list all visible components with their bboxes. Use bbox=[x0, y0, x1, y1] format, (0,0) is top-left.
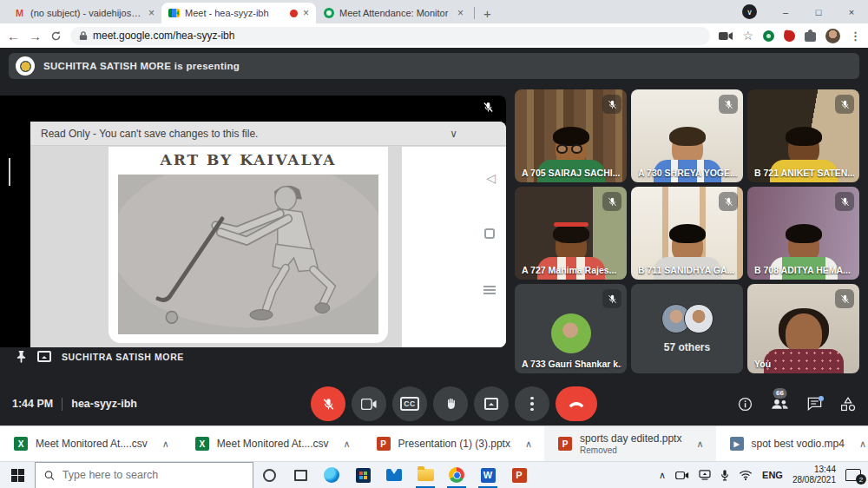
download-menu-chevron-icon[interactable]: ∧ bbox=[859, 439, 866, 450]
participant-tile[interactable]: B 711 SANIDHYA GA... bbox=[631, 187, 743, 280]
network-tray-icon[interactable] bbox=[739, 470, 753, 480]
tab-gmail[interactable]: M (no subject) - vaidehijoshi@mes... × bbox=[7, 3, 161, 23]
cc-icon: CC bbox=[400, 397, 418, 411]
new-tab-button[interactable]: + bbox=[483, 6, 491, 21]
others-count-label: 57 others bbox=[664, 341, 710, 353]
back-icon[interactable]: ← bbox=[7, 30, 20, 43]
participant-tile[interactable]: A 733 Gauri Shankar k... bbox=[515, 284, 627, 373]
language-indicator[interactable]: ENG bbox=[762, 470, 783, 480]
search-input[interactable] bbox=[62, 469, 244, 481]
clock[interactable]: 13:44 28/08/2021 bbox=[792, 465, 836, 486]
download-item[interactable]: ▶ spot best vodio.mp4 ∧ bbox=[716, 426, 868, 461]
meeting-code: hea-syyz-ibh bbox=[71, 398, 137, 410]
mail-icon[interactable] bbox=[378, 462, 410, 488]
download-item[interactable]: X Meet Monitored At....csv ∧ bbox=[0, 426, 181, 461]
close-window-button[interactable]: × bbox=[835, 0, 868, 23]
address-bar[interactable]: meet.google.com/hea-syyz-ibh bbox=[70, 27, 710, 45]
action-center-icon[interactable]: 2 bbox=[845, 469, 861, 481]
extension-icon[interactable] bbox=[783, 30, 796, 43]
slide-title: ART BY KAIVALYA bbox=[108, 147, 388, 168]
webcam-tray-icon[interactable] bbox=[675, 471, 689, 480]
readonly-chevron-icon[interactable]: ∨ bbox=[450, 128, 457, 140]
profile-avatar[interactable] bbox=[825, 29, 840, 43]
presentation-tile[interactable]: Read Only - You can't save changes to th… bbox=[0, 96, 506, 347]
chat-button[interactable] bbox=[807, 397, 822, 411]
participant-name: B 708 ADITYA HEMA... bbox=[754, 265, 854, 275]
forward-icon[interactable]: → bbox=[29, 30, 42, 43]
leave-call-button[interactable] bbox=[556, 386, 597, 421]
mic-tray-icon[interactable] bbox=[720, 469, 729, 481]
extensions-puzzle-icon[interactable] bbox=[805, 32, 816, 42]
hidden-icons-chevron[interactable]: ∧ bbox=[659, 470, 666, 481]
raise-hand-button[interactable] bbox=[433, 386, 468, 421]
powerpoint-icon[interactable]: P bbox=[503, 462, 535, 488]
tab-meet[interactable]: Meet - hea-syyz-ibh × bbox=[161, 3, 316, 23]
media-controls-button[interactable]: ∨ bbox=[742, 4, 757, 19]
download-filename: Meet Monitored At....csv bbox=[36, 438, 148, 450]
others-avatars bbox=[661, 304, 713, 333]
download-item[interactable]: X Meet Monitored At....csv ∧ bbox=[181, 426, 363, 461]
meeting-details-button[interactable] bbox=[738, 397, 753, 412]
tab-close-icon[interactable]: × bbox=[457, 7, 464, 19]
more-options-button[interactable] bbox=[515, 386, 549, 421]
mic-toggle-button[interactable] bbox=[311, 386, 345, 421]
presenter-avatar bbox=[16, 56, 35, 76]
download-item[interactable]: P sports day edited.pptx Removed ∧ bbox=[544, 426, 715, 461]
present-button[interactable] bbox=[474, 386, 509, 421]
participant-tile[interactable]: A 705 SAIRAJ SACHI... bbox=[515, 89, 627, 182]
meeting-time: 1:44 PM bbox=[12, 398, 53, 410]
screen-record-tray-icon[interactable] bbox=[699, 470, 711, 480]
captions-button[interactable]: CC bbox=[392, 386, 427, 421]
meet-attendance-favicon-icon bbox=[323, 8, 334, 19]
mic-muted-icon bbox=[719, 95, 738, 114]
presenting-banner-text: SUCHITRA SATISH MORE is presenting bbox=[43, 61, 240, 71]
android-home-icon bbox=[484, 228, 495, 239]
pin-icon[interactable] bbox=[16, 350, 27, 363]
bookmark-star-icon[interactable]: ☆ bbox=[742, 29, 753, 43]
slide: ART BY KAIVALYA bbox=[108, 147, 388, 343]
tab-close-icon[interactable]: × bbox=[303, 7, 309, 19]
start-button[interactable] bbox=[0, 462, 35, 488]
tab-title: Meet Attendance: Monitor bbox=[339, 8, 452, 18]
download-menu-chevron-icon[interactable]: ∧ bbox=[162, 439, 169, 450]
participant-tile[interactable]: B 721 ANIKET SATEN... bbox=[747, 89, 859, 182]
tab-title: Meet - hea-syyz-ibh bbox=[185, 8, 285, 18]
android-recents-icon bbox=[483, 284, 496, 296]
taskbar-search[interactable] bbox=[35, 462, 253, 488]
video-file-icon: ▶ bbox=[730, 437, 744, 451]
tab-meet-attendance[interactable]: Meet Attendance: Monitor × bbox=[316, 3, 470, 23]
reload-icon[interactable] bbox=[50, 30, 62, 42]
task-view-button[interactable] bbox=[285, 462, 316, 488]
chrome-icon[interactable] bbox=[441, 462, 472, 488]
readonly-bar: Read Only - You can't save changes to th… bbox=[30, 122, 506, 146]
download-menu-chevron-icon[interactable]: ∧ bbox=[525, 439, 532, 450]
participant-tile[interactable]: A 727 Mahima Rajes... bbox=[515, 187, 627, 280]
minimize-button[interactable]: – bbox=[769, 0, 802, 23]
search-icon bbox=[44, 470, 55, 481]
participants-button[interactable]: 66 bbox=[771, 398, 789, 411]
more-vert-icon bbox=[530, 397, 534, 412]
tab-close-icon[interactable]: × bbox=[148, 7, 155, 19]
cortana-button[interactable] bbox=[253, 462, 285, 488]
participant-name: A 730 SHREYA YOGE... bbox=[638, 168, 738, 178]
download-status: Removed bbox=[580, 445, 681, 455]
others-tile[interactable]: 57 others bbox=[631, 284, 743, 373]
self-video-tile[interactable]: You bbox=[747, 284, 859, 373]
camera-in-use-icon[interactable] bbox=[719, 31, 733, 41]
activities-button[interactable] bbox=[840, 397, 856, 412]
microsoft-store-icon[interactable] bbox=[347, 462, 378, 488]
word-icon[interactable]: W bbox=[472, 462, 503, 488]
download-item[interactable]: P Presentation (1) (3).pptx ∧ bbox=[363, 426, 544, 461]
camera-toggle-button[interactable] bbox=[352, 386, 386, 421]
download-menu-chevron-icon[interactable]: ∧ bbox=[344, 439, 351, 450]
file-explorer-icon[interactable] bbox=[410, 462, 441, 488]
meet-attendance-extension-icon[interactable] bbox=[763, 30, 774, 42]
participant-tile[interactable]: A 730 SHREYA YOGE... bbox=[631, 89, 743, 182]
edge-icon[interactable] bbox=[316, 462, 347, 488]
hockey-sketch-image bbox=[118, 175, 378, 334]
download-menu-chevron-icon[interactable]: ∧ bbox=[696, 439, 703, 450]
maximize-button[interactable]: □ bbox=[802, 0, 835, 23]
browser-menu-icon[interactable]: ⋮ bbox=[850, 30, 861, 43]
participant-tile[interactable]: B 708 ADITYA HEMA... bbox=[747, 187, 859, 280]
self-label: You bbox=[754, 359, 854, 369]
